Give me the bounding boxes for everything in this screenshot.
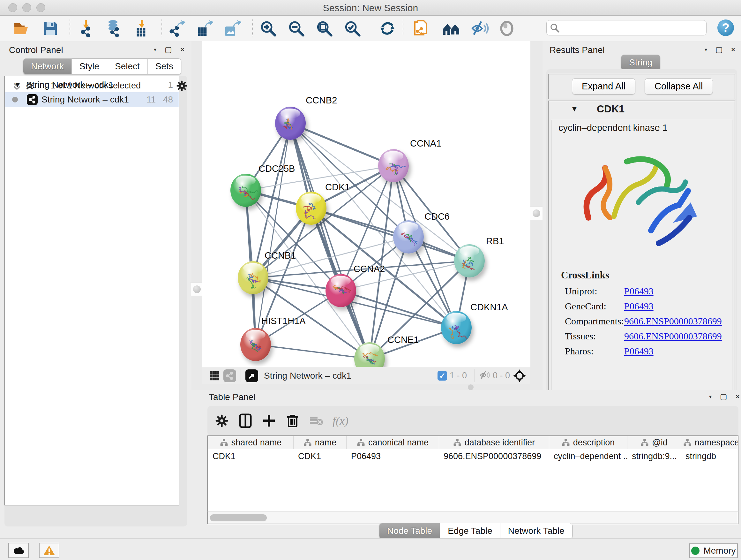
crosslink-link[interactable]: 9606.ENSP00000378699 (624, 316, 722, 327)
table-cell[interactable]: cyclin–dependent ... (549, 451, 627, 461)
function-icon[interactable]: f(x) (333, 412, 348, 430)
search-box[interactable] (546, 20, 706, 36)
column-header--id[interactable]: @id (627, 436, 681, 449)
network-node-rb1[interactable]: RB1 (454, 244, 485, 277)
bottom-splitter[interactable] (202, 384, 530, 390)
zoom-in-icon[interactable] (258, 18, 278, 39)
first-neighbors-icon[interactable] (441, 18, 461, 39)
left-splitter[interactable] (192, 41, 202, 390)
right-splitter[interactable] (530, 41, 542, 390)
network-node-ccnb1[interactable]: CCNB1 (238, 261, 268, 294)
network-collection-row[interactable]: ▼ String Network – cdk1 1 (5, 78, 179, 92)
import-database-icon[interactable] (104, 18, 124, 39)
panel-menu-icon[interactable]: ▾ (154, 47, 156, 53)
crosslink-link[interactable]: 9606.ENSP00000378699 (624, 331, 722, 341)
birds-eye-icon[interactable] (513, 369, 526, 382)
import-file-network-icon[interactable] (411, 18, 431, 39)
tab-network-table[interactable]: Network Table (500, 523, 572, 539)
table-cell[interactable]: stringdb:9... (627, 451, 681, 461)
column-header-name[interactable]: name (293, 436, 347, 449)
network-node-hist1h1a[interactable]: HIST1H1A (240, 328, 271, 361)
expand-all-button[interactable]: Expand All (572, 78, 635, 95)
network-canvas[interactable]: CCNB2CCNA1CDC25BCDK1CDC6RB1CCNB1CCNA2CDK… (202, 41, 530, 367)
left-splitter-handle[interactable] (190, 283, 204, 296)
network-node-ccna2[interactable]: CCNA2 (326, 274, 356, 307)
tab-select[interactable]: Select (107, 59, 148, 74)
crosslink-link[interactable]: P06493 (624, 286, 654, 297)
tab-network[interactable]: Network (23, 59, 72, 74)
refresh-icon[interactable] (377, 18, 398, 39)
float-panel-icon[interactable]: ▢ (720, 392, 727, 401)
tab-node-table[interactable]: Node Table (380, 523, 440, 539)
selected-checkbox-icon[interactable]: ✓ (437, 371, 447, 381)
scrollbar-thumb[interactable] (210, 514, 267, 521)
float-panel-icon[interactable]: ▢ (165, 45, 172, 54)
import-table-icon[interactable] (131, 18, 152, 39)
crosslink-link[interactable]: P06493 (624, 346, 654, 357)
close-panel-icon[interactable]: ✕ (731, 47, 735, 53)
table-cell[interactable]: stringdb (681, 451, 738, 461)
column-edit-icon (562, 438, 570, 447)
close-panel-icon[interactable]: ✕ (180, 47, 185, 53)
column-header-namespace[interactable]: namespace (681, 436, 738, 449)
tab-sets[interactable]: Sets (148, 59, 181, 74)
memory-button[interactable]: Memory (689, 543, 738, 558)
delete-column-icon[interactable] (283, 412, 302, 430)
graphics-details-icon[interactable] (496, 18, 517, 39)
network-node-cdk1[interactable]: CDK1 (296, 192, 327, 225)
export-image-icon[interactable] (222, 18, 243, 39)
network-node-cdkn1a[interactable]: CDKN1A (441, 311, 472, 344)
network-node-cdc25b[interactable]: CDC25B (230, 174, 261, 207)
table-cell[interactable]: 9606.ENSP00000378699 (439, 451, 549, 461)
float-panel-icon[interactable]: ▢ (716, 45, 723, 54)
save-icon[interactable] (40, 18, 61, 39)
tab-style[interactable]: Style (72, 59, 107, 74)
warning-button[interactable] (39, 543, 59, 558)
zoom-selected-icon[interactable] (342, 18, 362, 39)
string-view-icon[interactable] (223, 369, 236, 382)
collapse-arrow-icon[interactable]: ▼ (14, 81, 21, 89)
clear-table-icon[interactable] (307, 412, 326, 430)
table-row[interactable]: CDK1CDK1P064939606.ENSP00000378699cyclin… (208, 449, 738, 463)
network-node-ccna1[interactable]: CCNA1 (378, 149, 409, 182)
table-horizontal-scrollbar[interactable] (207, 511, 738, 524)
tab-string[interactable]: String (621, 55, 660, 70)
hide-selected-icon[interactable] (470, 18, 490, 39)
table-cell[interactable]: CDK1 (293, 451, 347, 461)
open-folder-icon[interactable] (11, 18, 32, 39)
right-splitter-handle[interactable] (530, 206, 543, 220)
help-icon[interactable]: ? (718, 19, 734, 36)
column-header-database-identifier[interactable]: database identifier (439, 436, 549, 449)
close-panel-icon[interactable]: ✕ (736, 394, 740, 400)
network-row[interactable]: String Network – cdk1 11 48 (5, 92, 179, 107)
panel-menu-icon[interactable]: ▾ (704, 47, 707, 53)
network-node-ccnb2[interactable]: CCNB2 (275, 107, 306, 140)
gear-icon[interactable] (212, 412, 231, 430)
collapse-all-button[interactable]: Collapse All (645, 78, 713, 95)
export-table-icon[interactable] (194, 18, 214, 39)
detach-view-icon[interactable] (246, 369, 258, 382)
collection-count: 1 (168, 80, 173, 90)
bottom-splitter-handle[interactable] (468, 384, 474, 390)
cloud-button[interactable] (8, 543, 29, 558)
zoom-fit-icon[interactable] (314, 18, 334, 39)
panel-menu-icon[interactable]: ▾ (709, 394, 712, 400)
add-column-icon[interactable] (260, 412, 278, 430)
column-header-canonical-name[interactable]: canonical name (347, 436, 439, 449)
table-cell[interactable]: CDK1 (208, 451, 293, 461)
crosslink-link[interactable]: P06493 (624, 301, 654, 312)
columns-icon[interactable] (236, 412, 255, 430)
hidden-eye-icon[interactable] (479, 370, 490, 381)
table-cell[interactable]: P06493 (347, 451, 439, 461)
results-tabs: String (621, 55, 660, 71)
tab-edge-table[interactable]: Edge Table (440, 523, 500, 539)
column-header-shared-name[interactable]: shared name (208, 436, 293, 449)
export-network-icon[interactable] (166, 18, 187, 39)
column-header-description[interactable]: description (549, 436, 627, 449)
section-collapse-icon[interactable]: ▼ (570, 105, 578, 113)
search-input[interactable] (559, 23, 695, 33)
import-network-icon[interactable] (77, 18, 97, 39)
zoom-out-icon[interactable] (286, 18, 307, 39)
network-node-cdc6[interactable]: CDC6 (393, 220, 424, 253)
grid-view-icon[interactable] (208, 369, 221, 382)
